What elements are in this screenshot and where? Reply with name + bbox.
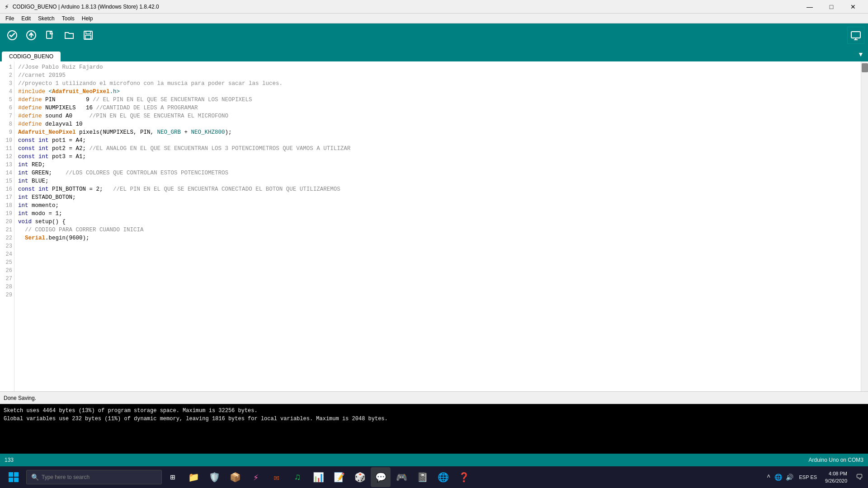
- taskbar-mail[interactable]: ✉️: [267, 467, 287, 487]
- svg-rect-11: [9, 472, 13, 477]
- search-icon: 🔍: [31, 474, 39, 481]
- toolbar: [0, 23, 868, 47]
- taskbar-word[interactable]: 📝: [329, 467, 349, 487]
- open-icon: [64, 30, 75, 41]
- tray-sound[interactable]: 🔊: [784, 473, 795, 482]
- close-button[interactable]: ✕: [843, 0, 863, 14]
- svg-rect-12: [14, 472, 19, 477]
- menu-tools[interactable]: Tools: [58, 14, 78, 23]
- task-view-button[interactable]: ⊞: [163, 467, 183, 487]
- new-icon: [45, 30, 56, 41]
- clock[interactable]: 4:08 PM 9/26/2020: [821, 470, 851, 484]
- serial-monitor-button[interactable]: [847, 27, 864, 44]
- bottom-status-bar: 133 Arduino Uno on COM3: [0, 454, 868, 466]
- taskbar-right: ^ 🌐 🔊 ESP ES 4:08 PM 9/26/2020 🗨: [765, 466, 866, 488]
- window-title: CODIGO_BUENO | Arduino 1.8.13 (Windows S…: [13, 4, 159, 10]
- taskbar-app1[interactable]: ⚡: [246, 467, 266, 487]
- start-button[interactable]: [2, 466, 25, 488]
- taskbar-search[interactable]: 🔍 Type here to search: [26, 470, 162, 484]
- verify-icon: [7, 30, 18, 41]
- menu-edit[interactable]: Edit: [18, 14, 34, 23]
- maximize-button[interactable]: □: [821, 0, 842, 14]
- upload-icon: [26, 30, 37, 41]
- taskbar-dropbox[interactable]: 📦: [225, 467, 245, 487]
- taskbar-explorer[interactable]: 📁: [184, 467, 203, 487]
- windows-icon: [8, 472, 19, 483]
- tray-expand[interactable]: ^: [765, 473, 772, 482]
- code-content[interactable]: //Jose Pablo Ruiz Fajardo//carnet 20195/…: [14, 61, 861, 391]
- date: 9/26/2020: [825, 477, 847, 484]
- vertical-scrollbar[interactable]: [861, 61, 868, 391]
- taskbar: 🔍 Type here to search ⊞ 📁 🛡️ 📦 ⚡ ✉️ ♫ 📊 …: [0, 466, 868, 488]
- taskbar-app4[interactable]: 🌐: [433, 467, 453, 487]
- taskbar-excel[interactable]: 📊: [308, 467, 328, 487]
- taskbar-spotify[interactable]: ♫: [288, 467, 307, 487]
- save-icon: [83, 30, 94, 41]
- tab-dropdown-button[interactable]: ▼: [854, 47, 868, 61]
- system-tray: ^ 🌐 🔊: [765, 473, 794, 482]
- serial-monitor-icon: [850, 30, 861, 41]
- code-editor: 1 2 3 4 5 6 7 8 9 10 11 12 13 14 15 16 1…: [0, 61, 868, 391]
- taskbar-help[interactable]: ❓: [454, 467, 474, 487]
- line-number-indicator: 133: [5, 457, 14, 463]
- menu-file[interactable]: File: [2, 14, 18, 23]
- upload-button[interactable]: [23, 27, 40, 44]
- status-bar: Done Saving.: [0, 391, 868, 404]
- board-indicator: Arduino Uno on COM3: [809, 457, 863, 463]
- tab-label: CODIGO_BUENO: [9, 53, 53, 60]
- save-button[interactable]: [80, 27, 97, 44]
- title-bar: ⚡ CODIGO_BUENO | Arduino 1.8.13 (Windows…: [0, 0, 868, 14]
- verify-button[interactable]: [4, 27, 21, 44]
- tab-codigo-bueno[interactable]: CODIGO_BUENO: [2, 52, 61, 61]
- console-line-2: Global variables use 232 bytes (11%) of …: [4, 415, 864, 423]
- taskbar-app3[interactable]: 🎮: [392, 467, 411, 487]
- notification-button[interactable]: 🗨: [853, 466, 866, 488]
- svg-rect-14: [14, 478, 19, 482]
- taskbar-onenote[interactable]: 📓: [412, 467, 432, 487]
- svg-rect-7: [85, 35, 91, 39]
- taskbar-teams[interactable]: 💬: [371, 467, 391, 487]
- taskbar-app2[interactable]: 🎲: [350, 467, 370, 487]
- taskbar-security[interactable]: 🛡️: [204, 467, 224, 487]
- open-button[interactable]: [61, 27, 78, 44]
- search-placeholder: Type here to search: [42, 474, 90, 480]
- menu-help[interactable]: Help: [78, 14, 97, 23]
- time: 4:08 PM: [825, 470, 847, 477]
- svg-rect-3: [47, 31, 52, 38]
- new-button[interactable]: [42, 27, 59, 44]
- language-indicator[interactable]: ESP ES: [797, 474, 820, 481]
- line-numbers: 1 2 3 4 5 6 7 8 9 10 11 12 13 14 15 16 1…: [0, 61, 14, 391]
- done-saving-text: Done Saving.: [4, 395, 36, 401]
- tab-bar: CODIGO_BUENO ▼: [0, 47, 868, 61]
- console-line-1: Sketch uses 4464 bytes (13%) of program …: [4, 407, 864, 415]
- menu-sketch[interactable]: Sketch: [34, 14, 58, 23]
- console-output: Sketch uses 4464 bytes (13%) of program …: [0, 404, 868, 454]
- svg-rect-8: [851, 32, 860, 38]
- minimize-button[interactable]: —: [799, 0, 820, 14]
- window-controls: — □ ✕: [799, 0, 863, 14]
- tray-network[interactable]: 🌐: [773, 473, 783, 482]
- svg-rect-13: [9, 478, 13, 482]
- menu-bar: File Edit Sketch Tools Help: [0, 14, 868, 23]
